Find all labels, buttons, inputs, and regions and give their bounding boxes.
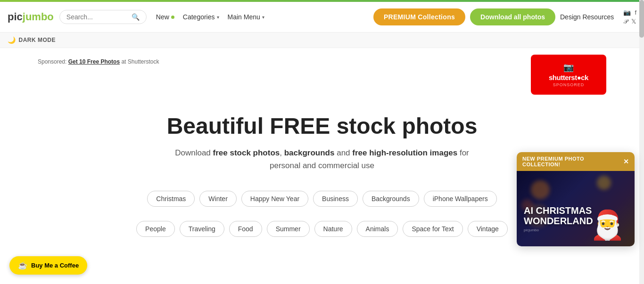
shutterstock-logo: shutterst●ck [549, 73, 588, 81]
nav-links: New Categories ▾ Main Menu ▾ [156, 13, 264, 21]
shutterstock-sponsored-label: SPONSORED [553, 82, 585, 87]
moon-icon: 🌙 [8, 36, 16, 44]
category-tag[interactable]: Nature [314, 221, 352, 237]
popup-title-line1: AI CHRISTMAS [524, 205, 593, 216]
santa-icon: 🎅 [590, 208, 625, 242]
hero-title: Beautiful FREE stock photos [166, 114, 478, 139]
category-tag[interactable]: Happy New Year [241, 191, 308, 207]
category-tag[interactable]: Space for Text [403, 221, 462, 237]
header: picjumbo 🔍 New Categories ▾ Main Menu ▾ … [0, 2, 644, 32]
shutterstock-camera-icon: 📷 [563, 62, 574, 73]
social-row-top: 📷 f [623, 9, 636, 16]
main-menu-chevron: ▾ [262, 15, 264, 20]
hero-subtitle: Download free stock photos, backgrounds … [166, 146, 478, 172]
hero-section: Beautiful FREE stock photos Download fre… [157, 100, 487, 181]
download-all-button[interactable]: Download all photos [470, 8, 555, 25]
popup-image[interactable]: 🎅 AI CHRISTMAS WONDERLAND picjumbo [517, 171, 635, 242]
popup-close-button[interactable]: ✕ [623, 158, 629, 165]
search-icon[interactable]: 🔍 [132, 13, 140, 21]
social-row-bottom: 𝒫 𝕏 [623, 18, 636, 25]
scrollbar[interactable] [639, 0, 644, 242]
new-dot [171, 16, 174, 19]
categories-chevron: ▾ [217, 15, 219, 20]
logo[interactable]: picjumbo [8, 11, 54, 23]
dark-mode-toggle[interactable]: 🌙 DARK MODE [8, 36, 636, 44]
twitter-icon[interactable]: 𝕏 [631, 18, 636, 25]
sponsored-text: Sponsored: Get 10 Free Photos at Shutter… [38, 58, 159, 65]
sponsored-link[interactable]: Get 10 Free Photos [68, 58, 120, 65]
nav-new[interactable]: New [156, 13, 174, 21]
category-tag[interactable]: Christmas [147, 191, 195, 207]
bokeh-1 [531, 180, 550, 199]
popup-brand: picjumbo [524, 228, 593, 232]
logo-pic: pic [8, 11, 23, 23]
popup-title-area: AI CHRISTMAS WONDERLAND picjumbo [524, 205, 593, 232]
category-tag[interactable]: Food [229, 221, 262, 237]
pinterest-icon[interactable]: 𝒫 [623, 18, 627, 25]
shutterstock-ad[interactable]: 📷 shutterst●ck SPONSORED [531, 55, 606, 95]
header-ctas: PREMIUM Collections Download all photos … [373, 8, 614, 25]
premium-collections-button[interactable]: PREMIUM Collections [373, 8, 465, 25]
sponsored-area: Sponsored: Get 10 Free Photos at Shutter… [9, 48, 635, 100]
category-tag[interactable]: Traveling [180, 221, 224, 237]
category-tag[interactable]: iPhone Wallpapers [424, 191, 497, 207]
search-bar: 🔍 [59, 10, 147, 24]
popup-title-line2: WONDERLAND [524, 216, 593, 226]
logo-jumbo: jumbo [23, 11, 54, 23]
scrollbar-thumb[interactable] [639, 0, 644, 38]
bokeh-3 [597, 176, 611, 190]
category-tag[interactable]: Winter [199, 191, 236, 207]
nav-categories[interactable]: Categories ▾ [183, 13, 219, 21]
popup-header-label: NEW PREMIUM PHOTO COLLECTION! [522, 156, 623, 167]
design-resources-link[interactable]: Design Resources [560, 13, 614, 21]
instagram-icon[interactable]: 📷 [623, 9, 631, 16]
popup-header: NEW PREMIUM PHOTO COLLECTION! ✕ [517, 152, 635, 171]
dark-mode-label: DARK MODE [19, 37, 56, 43]
category-tag[interactable]: People [136, 221, 175, 237]
category-tag[interactable]: Backgrounds [363, 191, 419, 207]
category-tag[interactable]: Animals [357, 221, 398, 237]
category-tag[interactable]: Summer [267, 221, 310, 237]
facebook-icon[interactable]: f [635, 9, 636, 16]
social-icons: 📷 f 𝒫 𝕏 [623, 9, 636, 25]
category-tag[interactable]: Vintage [468, 221, 508, 237]
search-input[interactable] [66, 13, 128, 21]
premium-popup: NEW PREMIUM PHOTO COLLECTION! ✕ 🎅 AI CHR… [517, 152, 635, 242]
nav-main-menu[interactable]: Main Menu ▾ [228, 13, 264, 21]
categories-container-row2: PeopleTravelingFoodSummerNatureAnimalsSp… [127, 211, 517, 242]
dark-mode-bar: 🌙 DARK MODE [0, 32, 644, 48]
categories-container: ChristmasWinterHappy New YearBusinessBac… [138, 181, 506, 211]
category-tag[interactable]: Business [313, 191, 358, 207]
